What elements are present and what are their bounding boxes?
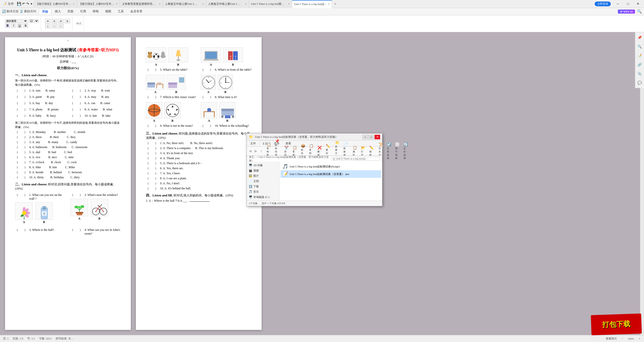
ribbon-tab-ref[interactable]: 引用	[77, 9, 89, 14]
tab-6[interactable]: Unit 5 There is a big bed测试卷··· ✕	[249, 0, 292, 8]
align-left-btn[interactable]: ≡	[45, 19, 51, 23]
tab-5[interactable]: 人教版五年级上册Unit 5 单元质量··· ✕	[206, 0, 249, 8]
section3-header: 二、Listen and choose. 听对话,回答问题,答案填在括号内。每小…	[15, 182, 121, 191]
fe-search-input[interactable]	[332, 157, 380, 161]
redo-icon[interactable]: ↷	[26, 2, 29, 6]
q8-img-a: 12 3 6 9 A	[201, 75, 216, 94]
ribbon-tab-view[interactable]: 视图	[102, 9, 114, 14]
rs4-q1-blank	[189, 201, 210, 202]
tab-4[interactable]: 人教版五年级上册Unit 5 单元质量··· ✕	[163, 0, 206, 8]
fe-address-bar[interactable]: 第五... > Unit 5 There is a big bed达标测试卷（含…	[247, 156, 382, 162]
fe-sidebar-downloads[interactable]: ⬇️ 下载	[247, 184, 279, 189]
tab-7-active[interactable]: Unit 5 There is a big bed达··· ✕	[292, 0, 332, 8]
sidebar-tool-2[interactable]: 🔍	[636, 43, 643, 50]
bold-button[interactable]: B	[5, 23, 10, 28]
ribbon-tab-tools[interactable]: 工具	[115, 9, 127, 14]
fe-file-mp3[interactable]: 🎵 Unit 5 There is a big bed达标测试卷(0).mp3	[280, 163, 381, 170]
tab-7-close[interactable]: ✕	[328, 3, 330, 6]
svg-text:12: 12	[208, 76, 210, 78]
fe-sidebar-music[interactable]: 🎵 音乐	[247, 189, 279, 194]
font-family-select[interactable]: 微软雅黑	[5, 19, 28, 23]
delete-page-num-btn[interactable]: 🗑️ 删除页码	[20, 9, 36, 14]
sidebar-tool-4[interactable]: 🔗	[636, 61, 643, 68]
underline-button[interactable]: U	[17, 23, 22, 28]
file-menu[interactable]: 文件	[8, 2, 14, 6]
search-icon[interactable]: 🔍	[637, 9, 642, 14]
ribbon-tab-review[interactable]: 审阅	[90, 9, 102, 14]
ribbon-tab-start[interactable]: 开始	[39, 9, 51, 14]
font-size-select[interactable]: 12	[29, 19, 39, 23]
fe-noselect-btn[interactable]: ⬜ 都不选择	[394, 142, 401, 160]
tab-2[interactable]: 【能力强化】人教PEP五年级上册··· ✕	[77, 0, 120, 8]
fe-sidebar-c-drive[interactable]: 🖥️ 本地磁盘 (C:)	[247, 194, 279, 200]
fe-up-btn[interactable]: ↑	[259, 149, 263, 153]
fe-sidebar-video[interactable]: 🎬 视频	[247, 168, 279, 173]
fe-fullselect-btn[interactable]: ☑️ 全部选择	[385, 142, 393, 160]
outdent-btn[interactable]: ←	[58, 24, 64, 28]
close-button[interactable]: ✕	[633, 0, 643, 8]
tab-2-close[interactable]: ✕	[116, 3, 118, 5]
plant-svg	[70, 199, 88, 216]
q9-text: （ ） 9. What is not in the room?	[146, 124, 197, 128]
strikethrough-button[interactable]: S̶	[23, 23, 28, 28]
tab-3[interactable]: 义务教育质量监测测评语学科PEP5 US··· ✕	[120, 0, 163, 8]
properties-icon: 📋	[353, 146, 357, 150]
fe-close-btn[interactable]: ✕	[375, 135, 380, 139]
reversesel-icon: 🔄	[404, 142, 408, 147]
tab-4-close[interactable]: ✕	[202, 3, 204, 5]
maximize-button[interactable]: □	[623, 0, 633, 8]
fe-maximize-btn[interactable]: □	[369, 135, 374, 139]
save-icon[interactable]: 💾	[17, 2, 21, 6]
dropdown-icon[interactable]: ▼	[30, 3, 33, 5]
login-button[interactable]: 立即登录	[595, 2, 611, 6]
zoom-out-btn[interactable]: －	[621, 337, 624, 340]
fe-minimize-btn[interactable]: ─	[363, 135, 368, 139]
fe-reversesel-btn[interactable]: 🔄 反向选择	[402, 142, 409, 160]
start-menu[interactable]: 📝 文件	[1, 2, 16, 6]
rs3-q5: （ ） 5. A. There is a bedroom and a li···	[146, 161, 252, 165]
svg-rect-59	[233, 52, 234, 60]
paste-shortcut-icon: 📌	[275, 139, 279, 143]
ribbon-tab-insert[interactable]: 插入	[52, 9, 64, 14]
ribbon-tab-member[interactable]: 会员专享	[127, 9, 145, 14]
fe-file-doc[interactable]: 📝 Unit 5 There is a big bed达标测试卷（含答案）.do…	[280, 170, 381, 178]
fe-sidebar-documents[interactable]: 📄 文档	[247, 179, 279, 184]
align-right-btn[interactable]: ≡	[58, 19, 64, 23]
fe-sidebar-3d[interactable]: 🖥️ 3D 对象	[247, 163, 279, 168]
italic-button[interactable]: I	[11, 23, 16, 28]
sidebar-tool-5[interactable]: 📎	[636, 70, 643, 77]
sidebar-tool-3[interactable]: 📝	[636, 52, 643, 59]
sidebar-tool-1[interactable]: 📌	[636, 34, 643, 41]
translate-btn[interactable]: 🔄 翻译页面	[2, 9, 19, 14]
fe-tab-file[interactable]: 文件	[249, 141, 257, 146]
q6-img-b: 英 语 语 文 B	[223, 47, 243, 67]
new-tab-button[interactable]: +	[332, 0, 338, 8]
indent-btn[interactable]: →	[52, 24, 57, 28]
wps-ai-button[interactable]: W WPS AI	[618, 10, 635, 14]
tab-1-close[interactable]: ✕	[73, 3, 75, 5]
tab-5-close[interactable]: ✕	[245, 3, 247, 5]
sidebar-tool-6[interactable]: 💬	[636, 79, 643, 87]
align-center-btn[interactable]: ≡	[52, 19, 57, 23]
minimize-button[interactable]: ─	[613, 0, 623, 8]
tab-3-close[interactable]: ✕	[159, 3, 161, 5]
line-spacing-btn[interactable]: ↕	[45, 24, 51, 28]
tab-6-close[interactable]: ✕	[288, 3, 290, 5]
zoom-in-btn[interactable]: ＋	[638, 337, 641, 340]
justify-btn[interactable]: ≡	[65, 19, 70, 23]
svg-rect-113	[232, 116, 234, 118]
fe-forward-btn[interactable]: ▶	[254, 149, 258, 153]
fe-back-btn[interactable]: ◀	[248, 149, 253, 153]
document-page-right: A B （ ） 5. What's	[136, 37, 262, 330]
fe-properties-btn[interactable]: 📋 属性	[351, 145, 358, 157]
tab-1[interactable]: 【能力强化】人教PEP五年级上册··· ✕	[34, 0, 77, 8]
download-banner[interactable]: 打包下载	[591, 314, 642, 335]
ribbon-tab-page[interactable]: 页面	[64, 9, 76, 14]
fe-edit-btn[interactable]: ✏️ 编辑	[368, 145, 375, 157]
listening-text: 听力部分(45%)	[57, 66, 79, 70]
subtitle-text: （时价：60 分钟评价等级：A⁺,A,B,C,D）	[40, 55, 95, 58]
fe-open-btn[interactable]: 📂 打开	[359, 145, 367, 157]
page-handle[interactable]: ✛	[67, 39, 69, 42]
fe-sidebar-pictures[interactable]: 🖼️ 图片	[247, 173, 279, 179]
undo-icon[interactable]: ↶	[22, 2, 25, 6]
